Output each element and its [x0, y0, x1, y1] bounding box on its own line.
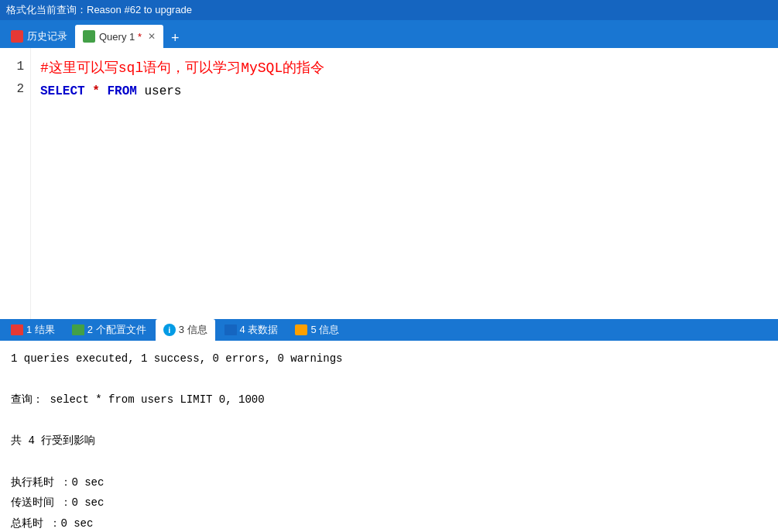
exec-time-value: ：0 sec	[60, 476, 104, 489]
exec-time-row: 执行耗时 ：0 sec	[11, 472, 767, 493]
add-tab-button[interactable]: +	[163, 29, 187, 48]
warning-icon	[295, 324, 307, 335]
total-time-label: 总耗时	[11, 517, 43, 530]
result-line-1: 1 queries executed, 1 success, 0 errors,…	[11, 348, 767, 369]
line-number-2: 2	[6, 78, 24, 101]
result-tab-label: 1 结果	[26, 323, 55, 337]
code-editor[interactable]: #这里可以写sql语句，可以学习MySQL的指令 SELECT * FROM u…	[31, 48, 778, 319]
top-bar-label: 格式化当前查询：Reason #62 to upgrade	[6, 3, 192, 17]
result-line-3: 共 4 行受到影响	[11, 431, 767, 451]
total-time-value: ：0 sec	[50, 517, 93, 530]
info-tab[interactable]: i 3 信息	[156, 319, 215, 341]
bottom-section: 1 结果 2 个配置文件 i 3 信息 4 表数据 5 信息 1 queries…	[0, 319, 778, 532]
close-tab-icon[interactable]: ✕	[148, 31, 156, 42]
query-prefix: 查询：	[11, 393, 43, 406]
history-tab-label: 历史记录	[27, 29, 67, 43]
exec-time-label: 执行耗时	[11, 476, 54, 489]
query-text: select * from users LIMIT 0, 1000	[50, 393, 264, 406]
history-tab[interactable]: 历史记录	[3, 25, 75, 48]
bottom-tab-bar: 1 结果 2 个配置文件 i 3 信息 4 表数据 5 信息	[0, 319, 778, 341]
warning-tab[interactable]: 5 信息	[287, 319, 347, 341]
info-icon: i	[163, 324, 176, 336]
send-time-label: 传送时间	[11, 496, 54, 509]
tabledata-tab[interactable]: 4 表数据	[217, 319, 286, 341]
config-tab-label: 2 个配置文件	[87, 323, 146, 337]
tabledata-icon	[224, 324, 237, 335]
warning-tab-label: 5 信息	[310, 323, 339, 337]
result-line-2: 查询： select * from users LIMIT 0, 1000	[11, 390, 767, 410]
tab-bar: 历史记录 Query 1 * ✕ +	[0, 20, 778, 48]
total-time-row: 总耗时 ：0 sec	[11, 513, 767, 532]
config-tab[interactable]: 2 个配置文件	[64, 319, 154, 341]
editor-area: 1 2 #这里可以写sql语句，可以学习MySQL的指令 SELECT * FR…	[0, 48, 778, 319]
keyword-select: SELECT	[40, 84, 85, 98]
result-tab[interactable]: 1 结果	[3, 319, 63, 341]
result-area: 1 queries executed, 1 success, 0 errors,…	[0, 341, 778, 532]
calendar-icon	[11, 30, 23, 43]
table-query-icon	[83, 30, 95, 43]
top-bar: 格式化当前查询：Reason #62 to upgrade	[0, 0, 778, 20]
tabledata-tab-label: 4 表数据	[240, 323, 279, 337]
keyword-star: *	[92, 84, 100, 98]
result-icon	[11, 324, 23, 335]
send-time-value: ：0 sec	[60, 496, 104, 509]
config-icon	[72, 324, 84, 335]
code-line-1: #这里可以写sql语句，可以学习MySQL的指令	[40, 56, 769, 81]
info-tab-label: 3 信息	[179, 323, 207, 337]
comment-text: #这里可以写sql语句，可以学习MySQL的指令	[40, 60, 324, 76]
query-tab[interactable]: Query 1 * ✕	[75, 25, 163, 48]
send-time-row: 传送时间 ：0 sec	[11, 493, 767, 513]
table-name: users	[144, 84, 181, 98]
query-tab-label: Query 1 *	[99, 31, 142, 43]
line-numbers: 1 2	[0, 48, 31, 319]
keyword-from: FROM	[107, 84, 136, 98]
line-number-1: 1	[6, 56, 24, 78]
code-line-2: SELECT * FROM users	[40, 81, 769, 103]
